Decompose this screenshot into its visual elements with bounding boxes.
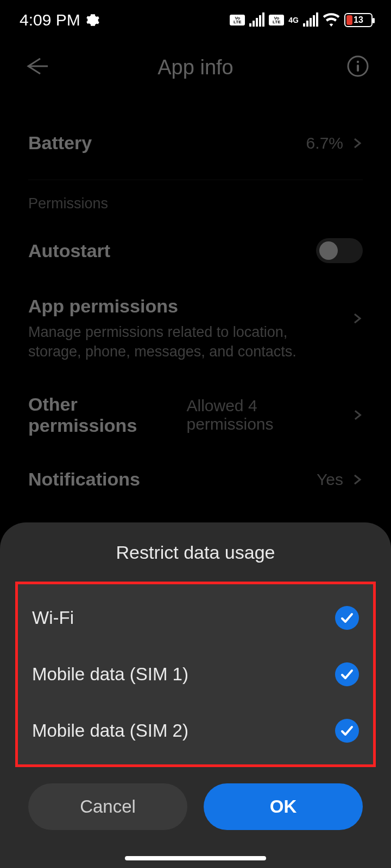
battery-percent: 13 (345, 15, 371, 25)
restrict-data-sheet: Restrict data usage Wi-Fi Mobile data (S… (0, 522, 391, 868)
ok-button[interactable]: OK (204, 783, 363, 830)
network-label: 4G (288, 17, 299, 23)
wifi-icon (323, 11, 340, 29)
options-highlight: Wi-Fi Mobile data (SIM 1) Mobile data (S… (15, 582, 376, 767)
option-wifi-label: Wi-Fi (32, 608, 74, 628)
sheet-title: Restrict data usage (0, 542, 391, 563)
option-sim1[interactable]: Mobile data (SIM 1) (29, 646, 362, 703)
check-icon (335, 719, 359, 743)
battery-icon: 13 (344, 13, 373, 27)
option-sim1-label: Mobile data (SIM 1) (32, 664, 188, 685)
volte-icon-1: VoLTE (230, 15, 245, 25)
signal-icon-1 (249, 14, 264, 27)
status-bar: 4:09 PM VoLTE VoLTE 4G 13 (0, 0, 391, 40)
option-wifi[interactable]: Wi-Fi (29, 590, 362, 646)
signal-icon-2 (303, 14, 318, 27)
clock: 4:09 PM (20, 11, 80, 29)
cancel-button[interactable]: Cancel (28, 783, 187, 830)
volte-icon-2: VoLTE (269, 15, 284, 25)
check-icon (335, 606, 359, 630)
option-sim2[interactable]: Mobile data (SIM 2) (29, 703, 362, 759)
option-sim2-label: Mobile data (SIM 2) (32, 720, 188, 741)
home-indicator[interactable] (125, 856, 266, 860)
check-icon (335, 662, 359, 686)
gear-icon (86, 13, 100, 27)
